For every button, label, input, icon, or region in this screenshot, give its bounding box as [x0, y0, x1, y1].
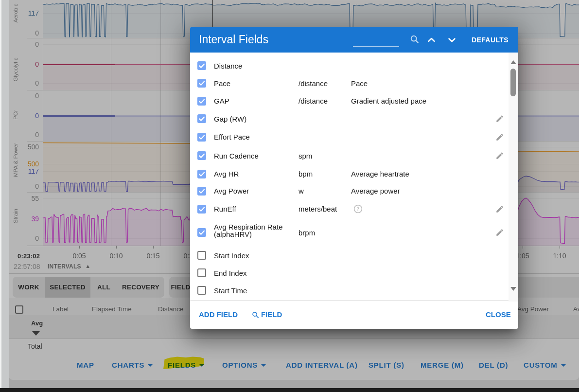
svg-text:?: ?	[356, 206, 359, 212]
